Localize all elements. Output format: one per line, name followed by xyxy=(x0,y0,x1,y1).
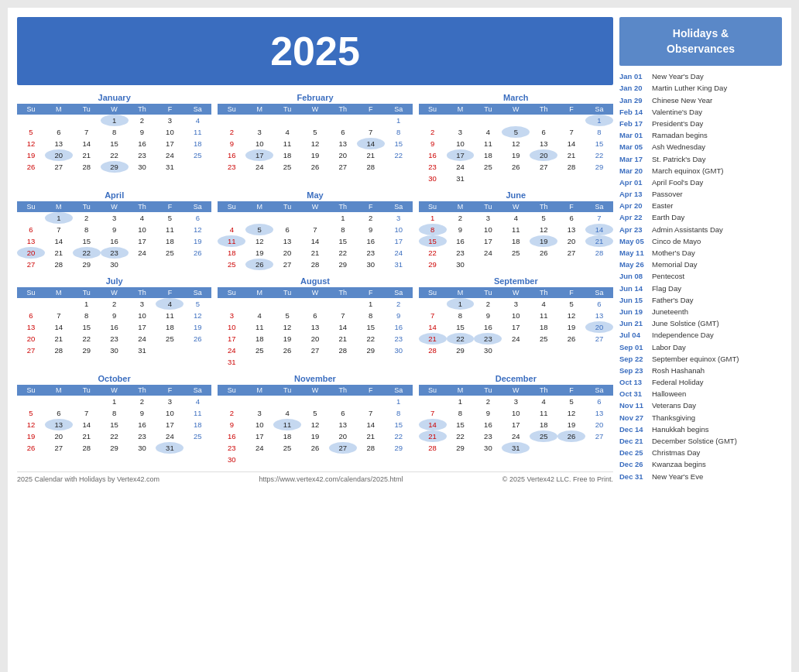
holiday-date: Feb 14 xyxy=(619,106,649,118)
holiday-item: Dec 26Kwanzaa begins xyxy=(619,458,782,470)
month-april: April SuMTuWThFSa 123456 6789101112 1314… xyxy=(17,190,211,270)
month-october: October SuMTuWThFSa 1234 567891011 12131… xyxy=(17,374,211,465)
holiday-item: Dec 25Christmas Day xyxy=(619,447,782,458)
holiday-item: Nov 11Veterans Day xyxy=(619,399,782,411)
holiday-name: Admin Assistants Day xyxy=(652,224,723,235)
holiday-date: Feb 17 xyxy=(619,118,649,129)
holiday-date: Jan 20 xyxy=(619,82,649,94)
holiday-item: Dec 21December Solstice (GMT) xyxy=(619,435,782,447)
holiday-item: May 26Memorial Day xyxy=(619,259,782,270)
holiday-name: Mother's Day xyxy=(652,247,695,259)
holiday-name: St. Patrick's Day xyxy=(652,153,705,165)
holiday-name: Valentine's Day xyxy=(652,106,702,118)
holiday-item: Mar 05Ash Wednesday xyxy=(619,141,782,153)
holiday-date: Dec 31 xyxy=(619,471,649,482)
holiday-item: Feb 17President's Day xyxy=(619,118,782,129)
holiday-date: Nov 27 xyxy=(619,412,649,423)
holiday-date: Sep 01 xyxy=(619,341,649,353)
holiday-item: Mar 20March equinox (GMT) xyxy=(619,165,782,177)
holiday-date: Nov 11 xyxy=(619,399,649,411)
holiday-item: Dec 14Hanukkah begins xyxy=(619,423,782,435)
month-november: November SuMTuWThFSa 1 2345678 910111213… xyxy=(218,374,412,465)
holiday-name: Halloween xyxy=(652,388,686,399)
holiday-date: Apr 22 xyxy=(619,211,649,223)
holiday-date: Jan 01 xyxy=(619,70,649,82)
holiday-item: Apr 01April Fool's Day xyxy=(619,177,782,188)
holiday-date: Dec 21 xyxy=(619,435,649,447)
page: 2025 January SuMTuWThFSa 1234 567891011 … xyxy=(8,8,791,672)
holiday-name: Pentecost xyxy=(652,270,684,282)
holiday-name: Independence Day xyxy=(652,329,714,341)
month-august: August SuMTuWThFSa 12 3456789 1011121314… xyxy=(218,276,412,368)
holiday-item: Jan 20Martin Luther King Day xyxy=(619,82,782,94)
holiday-name: Ramadan begins xyxy=(652,129,708,141)
month-june: June SuMTuWThFSa 1234567 891011121314 15… xyxy=(419,190,613,270)
holiday-name: Passover xyxy=(652,188,683,200)
holiday-date: Apr 20 xyxy=(619,200,649,211)
holiday-date: Mar 05 xyxy=(619,141,649,153)
holiday-item: Nov 27Thanksgiving xyxy=(619,412,782,423)
holiday-item: Jun 08Pentecost xyxy=(619,270,782,282)
holiday-date: Jun 14 xyxy=(619,283,649,294)
holiday-item: Oct 13Federal Holiday xyxy=(619,376,782,388)
holiday-item: May 05Cinco de Mayo xyxy=(619,235,782,247)
holiday-item: Dec 31New Year's Eve xyxy=(619,471,782,482)
holiday-date: Mar 20 xyxy=(619,165,649,177)
holiday-item: Sep 23Rosh Hashanah xyxy=(619,365,782,376)
holiday-date: Dec 26 xyxy=(619,458,649,470)
holiday-item: Feb 14Valentine's Day xyxy=(619,106,782,118)
holiday-item: Apr 20Easter xyxy=(619,200,782,211)
holiday-date: Apr 23 xyxy=(619,224,649,235)
holiday-item: Oct 31Halloween xyxy=(619,388,782,399)
holiday-name: Christmas Day xyxy=(652,447,700,458)
holiday-name: Martin Luther King Day xyxy=(652,82,727,94)
holiday-item: Jul 04Independence Day xyxy=(619,329,782,341)
sidebar: Holidays &Observances Jan 01New Year's D… xyxy=(619,17,782,670)
sidebar-header: Holidays &Observances xyxy=(619,17,782,66)
holiday-item: Sep 22September equinox (GMT) xyxy=(619,353,782,365)
main-content: 2025 January SuMTuWThFSa 1234 567891011 … xyxy=(17,17,782,670)
holiday-date: May 26 xyxy=(619,259,649,270)
holiday-date: Oct 13 xyxy=(619,376,649,388)
holiday-item: May 11Mother's Day xyxy=(619,247,782,259)
holiday-name: Rosh Hashanah xyxy=(652,365,705,376)
holiday-date: Dec 14 xyxy=(619,423,649,435)
footer-center: https://www.vertex42.com/calendars/2025.… xyxy=(259,475,403,483)
holiday-date: Apr 01 xyxy=(619,177,649,188)
holiday-date: Jun 08 xyxy=(619,270,649,282)
holiday-date: Dec 25 xyxy=(619,447,649,458)
month-december: December SuMTuWThFSa 123456 78910111213 … xyxy=(419,374,613,465)
holiday-date: May 05 xyxy=(619,235,649,247)
holiday-date: Jan 29 xyxy=(619,94,649,106)
month-january: January SuMTuWThFSa 1234 567891011 12131… xyxy=(17,93,211,184)
holiday-name: Kwanzaa begins xyxy=(652,458,706,470)
holiday-name: March equinox (GMT) xyxy=(652,165,723,177)
holiday-date: Jun 15 xyxy=(619,294,649,306)
holiday-item: Jun 19Juneteenth xyxy=(619,306,782,317)
holiday-date: Oct 31 xyxy=(619,388,649,399)
holiday-date: Jun 19 xyxy=(619,306,649,317)
holiday-name: Federal Holiday xyxy=(652,376,704,388)
holiday-item: Mar 01Ramadan begins xyxy=(619,129,782,141)
month-february: February SuMTuWThFSa 1 2345678 910111213… xyxy=(218,93,412,184)
holiday-date: May 11 xyxy=(619,247,649,259)
holiday-name: Father's Day xyxy=(652,294,694,306)
holiday-name: December Solstice (GMT) xyxy=(652,435,737,447)
holiday-item: Jun 14Flag Day xyxy=(619,283,782,294)
holiday-name: New Year's Day xyxy=(652,70,704,82)
holiday-name: Hanukkah begins xyxy=(652,423,708,435)
holiday-item: Jan 29Chinese New Year xyxy=(619,94,782,106)
holiday-name: New Year's Eve xyxy=(652,471,703,482)
holiday-item: Apr 23Admin Assistants Day xyxy=(619,224,782,235)
holiday-name: April Fool's Day xyxy=(652,177,703,188)
holiday-item: Mar 17St. Patrick's Day xyxy=(619,153,782,165)
holiday-name: September equinox (GMT) xyxy=(652,353,739,365)
holiday-name: Juneteenth xyxy=(652,306,688,317)
holiday-item: Jun 15Father's Day xyxy=(619,294,782,306)
holiday-item: Sep 01Labor Day xyxy=(619,341,782,353)
holiday-name: Cinco de Mayo xyxy=(652,235,701,247)
holiday-name: Ash Wednesday xyxy=(652,141,705,153)
holiday-date: Sep 22 xyxy=(619,353,649,365)
holiday-name: Earth Day xyxy=(652,211,684,223)
holiday-item: Apr 13Passover xyxy=(619,188,782,200)
